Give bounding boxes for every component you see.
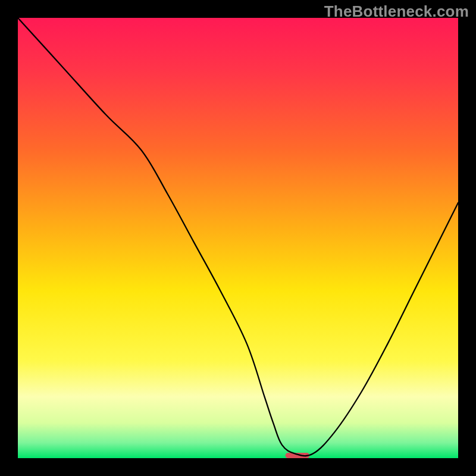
gradient-background <box>18 18 458 458</box>
watermark-text: TheBottleneck.com <box>324 2 469 21</box>
chart-frame: TheBottleneck.com <box>0 0 476 476</box>
chart-svg <box>18 18 458 458</box>
plot-area <box>18 18 458 458</box>
